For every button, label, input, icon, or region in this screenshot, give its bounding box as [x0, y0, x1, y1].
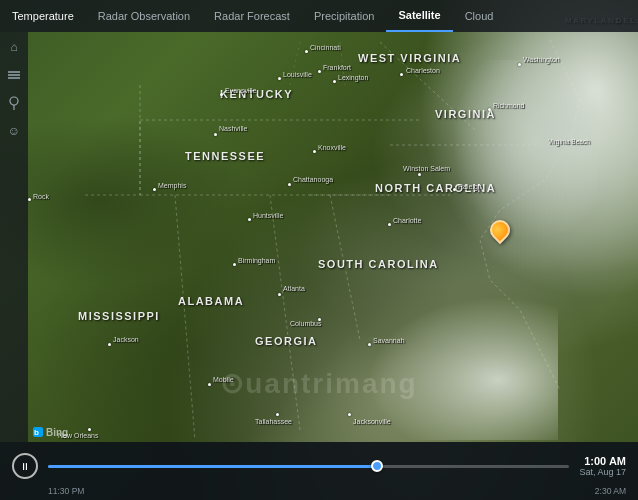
time-label-end: 2:30 AM	[595, 486, 626, 496]
city-dot-evansville	[220, 93, 223, 96]
bottom-bar: ⏸ 1:00 AM Sat, Aug 17 11:30 PM 2:30 AM	[0, 442, 638, 500]
svg-point-3	[10, 97, 18, 105]
timeline-fill	[48, 465, 377, 468]
city-dot-savannah	[368, 343, 371, 346]
timeline-thumb[interactable]	[371, 460, 383, 472]
layers-icon[interactable]	[3, 64, 25, 86]
city-dot-cincinnati	[305, 50, 308, 53]
city-dot-jacksonville	[348, 413, 351, 416]
left-sidebar: ⌂ ☺	[0, 32, 28, 442]
city-dot-atlanta	[278, 293, 281, 296]
bing-logo: b Bing	[32, 426, 68, 438]
city-dot-louisville	[278, 77, 281, 80]
tab-satellite[interactable]: Satellite	[386, 0, 452, 32]
tab-precipitation[interactable]: Precipitation	[302, 0, 387, 32]
svg-text:b: b	[34, 428, 39, 437]
current-date: Sat, Aug 17	[579, 467, 626, 477]
pin-circle	[486, 216, 514, 244]
city-dot-charleston	[400, 73, 403, 76]
city-dot-tallahassee	[276, 413, 279, 416]
time-labels: 11:30 PM 2:30 AM	[12, 486, 626, 496]
city-dot-washington	[518, 63, 521, 66]
city-dot-lexington	[333, 80, 336, 83]
time-label-start: 11:30 PM	[48, 486, 84, 496]
tab-radar-observation[interactable]: Radar Observation	[86, 0, 202, 32]
current-time: 1:00 AM	[579, 455, 626, 467]
map-container: KENTUCKY TENNESSEE ALABAMA MISSISSIPPI G…	[0, 0, 638, 500]
location-pin	[490, 220, 510, 246]
city-dot-charlotte	[388, 223, 391, 226]
city-dot-huntsville	[248, 218, 251, 221]
city-dot-nashville	[214, 133, 217, 136]
city-dot-birmingham	[233, 263, 236, 266]
city-dot-knoxville	[313, 150, 316, 153]
city-dot-raleigh	[453, 188, 456, 191]
city-dot-jackson	[108, 343, 111, 346]
home-icon[interactable]: ⌂	[3, 36, 25, 58]
city-dot-frankfort	[318, 70, 321, 73]
city-dot-new-orleans	[88, 428, 91, 431]
city-dot-rock	[28, 198, 31, 201]
smiley-icon[interactable]: ☺	[3, 120, 25, 142]
cloud-overlay-secondary	[438, 60, 598, 260]
city-dot-winston-salem	[418, 173, 421, 176]
top-navigation: Temperature Radar Observation Radar Fore…	[0, 0, 638, 32]
time-display: 1:00 AM Sat, Aug 17	[579, 455, 626, 477]
tab-temperature[interactable]: Temperature	[0, 0, 86, 32]
nav-tabs-container: Temperature Radar Observation Radar Fore…	[0, 0, 638, 32]
playback-controls: ⏸ 1:00 AM Sat, Aug 17	[12, 448, 626, 484]
location-icon[interactable]	[3, 92, 25, 114]
timeline-container[interactable]	[48, 456, 569, 476]
tab-cloud[interactable]: Cloud	[453, 0, 506, 32]
tab-radar-forecast[interactable]: Radar Forecast	[202, 0, 302, 32]
cloud-overlay-bottom	[358, 290, 558, 440]
city-dot-mobile	[208, 383, 211, 386]
play-pause-button[interactable]: ⏸	[12, 453, 38, 479]
city-dot-chattanooga	[288, 183, 291, 186]
city-dot-richmond	[488, 108, 491, 111]
city-dot-memphis	[153, 188, 156, 191]
timeline-track	[48, 465, 569, 468]
city-dot-columbus	[318, 318, 321, 321]
